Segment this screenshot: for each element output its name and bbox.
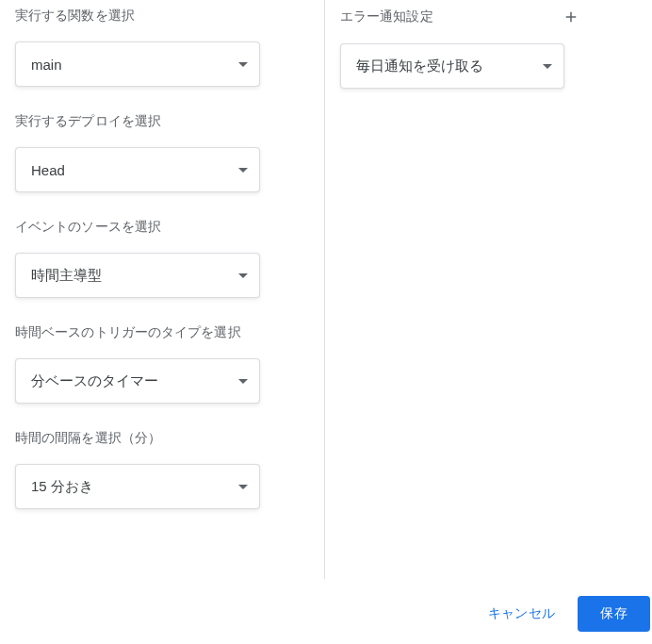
error-notify-select[interactable]: 毎日通知を受け取る <box>340 43 564 89</box>
plus-icon <box>562 8 579 25</box>
field-error-notify: エラー通知設定 毎日通知を受け取る <box>340 8 637 89</box>
field-trigger-type: 時間ベースのトリガーのタイプを選択 分ベースのタイマー <box>15 324 309 404</box>
chevron-down-icon <box>543 64 552 69</box>
field-interval: 時間の間隔を選択（分） 15 分おき <box>15 430 309 509</box>
cancel-button[interactable]: キャンセル <box>469 596 575 632</box>
error-notify-label: エラー通知設定 <box>340 8 433 25</box>
field-event-source: イベントのソースを選択 時間主導型 <box>15 219 309 298</box>
left-column: 実行する関数を選択 main 実行するデプロイを選択 Head イベントのソース… <box>0 0 325 579</box>
trigger-type-label: 時間ベースのトリガーのタイプを選択 <box>15 324 309 341</box>
trigger-form: 実行する関数を選択 main 実行するデプロイを選択 Head イベントのソース… <box>0 0 652 579</box>
dialog-footer: キャンセル 保存 <box>0 584 652 644</box>
event-source-select[interactable]: 時間主導型 <box>15 253 260 298</box>
error-notify-label-row: エラー通知設定 <box>340 8 637 26</box>
trigger-type-select[interactable]: 分ベースのタイマー <box>15 358 260 404</box>
trigger-type-select-value: 分ベースのタイマー <box>31 372 158 390</box>
right-column: エラー通知設定 毎日通知を受け取る <box>325 0 652 579</box>
error-notify-select-value: 毎日通知を受け取る <box>356 58 483 75</box>
event-source-label: イベントのソースを選択 <box>15 219 309 236</box>
interval-select[interactable]: 15 分おき <box>15 464 260 509</box>
interval-select-value: 15 分おき <box>31 478 93 496</box>
add-notification-button[interactable] <box>562 8 580 26</box>
function-label: 実行する関数を選択 <box>15 8 309 25</box>
deploy-select[interactable]: Head <box>15 147 260 192</box>
interval-label: 時間の間隔を選択（分） <box>15 430 309 447</box>
deploy-select-value: Head <box>31 162 65 178</box>
field-function: 実行する関数を選択 main <box>15 8 309 87</box>
chevron-down-icon <box>238 168 248 173</box>
save-button[interactable]: 保存 <box>578 596 650 632</box>
chevron-down-icon <box>238 273 248 278</box>
chevron-down-icon <box>238 485 248 489</box>
chevron-down-icon <box>238 379 248 384</box>
event-source-select-value: 時間主導型 <box>31 267 102 285</box>
deploy-label: 実行するデプロイを選択 <box>15 113 309 130</box>
field-deploy: 実行するデプロイを選択 Head <box>15 113 309 192</box>
function-select-value: main <box>31 57 62 73</box>
function-select[interactable]: main <box>15 41 260 87</box>
chevron-down-icon <box>238 62 248 67</box>
